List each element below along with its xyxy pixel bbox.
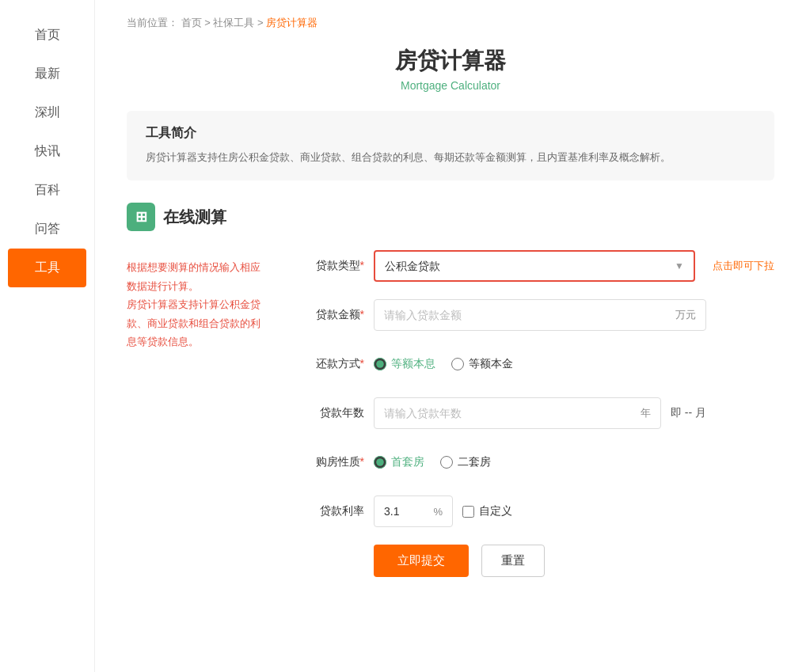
calc-title-text: 在线测算 [163,207,226,228]
loan-years-unit: 年 [641,406,651,420]
loan-amount-row: 贷款金额* 万元 [293,299,774,331]
loan-years-label: 贷款年数 [293,406,364,420]
form-container: 根据想要测算的情况输入相应数据进行计算。房贷计算器支持计算公积金贷款、商业贷款和… [127,250,774,577]
house-type-label: 购房性质* [293,455,364,469]
sidebar-item-home[interactable]: 首页 [0,16,94,55]
repayment-label: 还款方式* [293,357,364,371]
loan-years-row: 贷款年数 年 即 -- 月 [293,397,774,429]
breadcrumb-home[interactable]: 首页 [181,17,202,28]
rate-input-box[interactable]: % [374,495,453,527]
form-body: 贷款类型* 公积金贷款 商业贷款 组合贷款 ▼ 点击即可下拉 [293,250,774,577]
dropdown-hint: 点击即可下拉 [713,259,774,273]
interest-rate-control: % 自定义 [374,495,706,527]
house-type-row: 购房性质* 首套房 二套房 [293,446,774,478]
sidebar: 首页最新深圳快讯百科问答工具 [0,0,95,672]
repayment-option1-label: 等额本息 [391,357,435,371]
custom-rate-checkbox-input[interactable] [462,506,474,518]
calc-section-title: ⊞ 在线测算 [127,203,774,231]
intro-title: 工具简介 [146,125,755,142]
main-content: 当前位置： 首页 > 社保工具 > 房贷计算器 房贷计算器 Mortgage C… [95,0,806,672]
breadcrumb-current: 房贷计算器 [266,17,317,28]
custom-rate-checkbox[interactable]: 自定义 [462,504,512,518]
rate-unit: % [433,506,443,518]
breadcrumb-tools[interactable]: 社保工具 [213,17,254,28]
page-title-en: Mortgage Calculator [127,79,774,92]
breadcrumb-prefix: 当前位置： [127,17,178,28]
loan-years-input-wrapper[interactable]: 年 [374,397,661,429]
loan-type-row: 贷款类型* 公积金贷款 商业贷款 组合贷款 ▼ 点击即可下拉 [293,250,774,282]
intro-box: 工具简介 房贷计算器支持住房公积金贷款、商业贷款、组合贷款的利息、每期还款等金额… [127,111,774,180]
custom-rate-label: 自定义 [479,504,512,518]
select-arrow-icon: ▼ [675,260,684,271]
loan-type-select-wrapper[interactable]: 公积金贷款 商业贷款 组合贷款 ▼ [374,250,695,282]
sidebar-item-qa[interactable]: 问答 [0,210,94,249]
loan-amount-unit: 万元 [675,308,696,322]
sidebar-item-wiki[interactable]: 百科 [0,171,94,210]
sidebar-item-shenzhen[interactable]: 深圳 [0,93,94,132]
page-title-section: 房贷计算器 Mortgage Calculator [127,46,774,92]
second-home-option[interactable]: 二套房 [440,455,491,469]
first-home-option[interactable]: 首套房 [374,455,424,469]
repayment-equal-principal[interactable]: 等额本金 [451,357,513,371]
repayment-equal-principal-interest[interactable]: 等额本息 [374,357,435,371]
submit-button[interactable]: 立即提交 [374,545,469,577]
sidebar-item-latest[interactable]: 最新 [0,55,94,93]
side-note: 根据想要测算的情况输入相应数据进行计算。房贷计算器支持计算公积金贷款、商业贷款和… [127,250,269,577]
repayment-option2-label: 等额本金 [469,357,513,371]
breadcrumb: 当前位置： 首页 > 社保工具 > 房贷计算器 [127,16,774,30]
loan-amount-label: 贷款金额* [293,308,364,322]
button-row: 立即提交 重置 [293,545,774,577]
page-title-zh: 房贷计算器 [127,46,774,76]
interest-rate-row: 贷款利率 % 自定义 [293,495,774,527]
calc-icon: ⊞ [127,203,155,231]
interest-rate-label: 贷款利率 [293,504,364,518]
loan-years-input[interactable] [384,407,634,420]
months-suffix: 即 -- 月 [671,406,706,420]
first-home-label: 首套房 [391,455,424,469]
repayment-control: 等额本息 等额本金 [374,348,706,380]
loan-type-label: 贷款类型* [293,259,364,273]
sidebar-item-tools[interactable]: 工具 [8,249,86,287]
loan-amount-input-wrapper[interactable]: 万元 [374,299,706,331]
house-type-control: 首套房 二套房 [374,446,706,478]
second-home-label: 二套房 [458,455,491,469]
repayment-row: 还款方式* 等额本息 等额本金 [293,348,774,380]
loan-amount-control: 万元 [374,299,706,331]
reset-button[interactable]: 重置 [481,545,545,577]
loan-years-control: 年 即 -- 月 [374,397,706,429]
interest-rate-input[interactable] [384,505,433,518]
loan-amount-input[interactable] [384,309,669,321]
loan-type-control: 公积金贷款 商业贷款 组合贷款 ▼ [374,250,695,282]
sidebar-item-news[interactable]: 快讯 [0,132,94,171]
intro-desc: 房贷计算器支持住房公积金贷款、商业贷款、组合贷款的利息、每期还款等金额测算，且内… [146,148,755,166]
loan-type-select[interactable]: 公积金贷款 商业贷款 组合贷款 [385,260,675,272]
